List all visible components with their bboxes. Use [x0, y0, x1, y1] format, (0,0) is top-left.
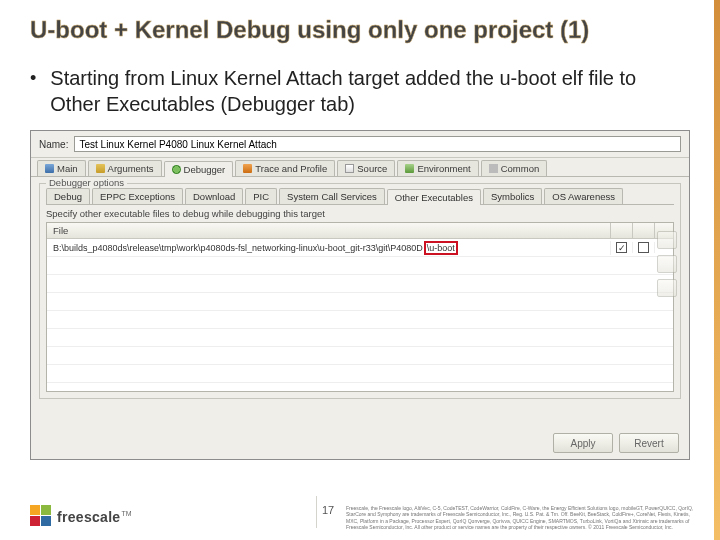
load-symbols-checkbox[interactable]: ✓ — [616, 242, 627, 253]
table-row — [47, 383, 673, 392]
name-row: Name: — [31, 131, 689, 158]
slide-footer: 17 freescaleTM Freescale, the Freescale … — [0, 478, 720, 540]
debugger-inner-tabs: Debug EPPC Exceptions Download PIC Syste… — [46, 188, 674, 205]
config-name-input[interactable] — [74, 136, 681, 152]
page-number: 17 — [322, 504, 334, 516]
logo-chips-icon — [30, 505, 51, 526]
uboot-highlight-text: \u-boot — [427, 243, 455, 253]
tab-trace-label: Trace and Profile — [255, 163, 327, 174]
grid-header-col3[interactable] — [633, 223, 655, 238]
brand-name: freescale — [57, 509, 120, 525]
trace-icon — [243, 164, 252, 173]
bullet-item: • Starting from Linux Kernel Attach targ… — [30, 65, 690, 117]
inner-tab-pic[interactable]: PIC — [245, 188, 277, 204]
revert-button[interactable]: Revert — [619, 433, 679, 453]
instruction-text: Specify other executable files to debug … — [46, 208, 674, 219]
debugger-options-group: Debugger options Debug EPPC Exceptions D… — [39, 183, 681, 399]
tab-source[interactable]: Source — [337, 160, 395, 176]
slide-accent-right — [714, 0, 720, 540]
inner-tab-debug[interactable]: Debug — [46, 188, 90, 204]
debug-config-dialog: Name: Main Arguments Debugger Trace and … — [30, 130, 690, 460]
grid-header-file[interactable]: File — [47, 223, 611, 238]
page-divider — [316, 496, 317, 528]
table-row — [47, 293, 673, 311]
main-tabs: Main Arguments Debugger Trace and Profil… — [31, 158, 689, 177]
executables-grid: File B:\builds_p4080ds\release\tmp\work\… — [46, 222, 674, 392]
bullet-dot: • — [30, 65, 36, 91]
file-path-cell: B:\builds_p4080ds\release\tmp\work\p4080… — [47, 241, 611, 255]
remove-row-button[interactable] — [657, 255, 677, 273]
inner-tab-exceptions[interactable]: EPPC Exceptions — [92, 188, 183, 204]
edit-row-button[interactable] — [657, 279, 677, 297]
bullet-text: Starting from Linux Kernel Attach target… — [50, 65, 690, 117]
grid-header: File — [47, 223, 673, 239]
tab-debugger-label: Debugger — [184, 164, 226, 175]
inner-tab-syscall[interactable]: System Call Services — [279, 188, 385, 204]
arguments-icon — [96, 164, 105, 173]
tab-trace[interactable]: Trace and Profile — [235, 160, 335, 176]
download-checkbox[interactable] — [638, 242, 649, 253]
table-row — [47, 257, 673, 275]
table-row[interactable]: B:\builds_p4080ds\release\tmp\work\p4080… — [47, 239, 673, 257]
grid-toolbar — [657, 231, 679, 297]
tab-arguments[interactable]: Arguments — [88, 160, 162, 176]
bug-icon — [172, 165, 181, 174]
tab-debugger[interactable]: Debugger — [164, 161, 234, 177]
dialog-buttons: Apply Revert — [553, 433, 679, 453]
slide: U-boot + Kernel Debug using only one pro… — [0, 0, 720, 540]
inner-tab-os-awareness[interactable]: OS Awareness — [544, 188, 623, 204]
source-icon — [345, 164, 354, 173]
tab-main[interactable]: Main — [37, 160, 86, 176]
slide-title: U-boot + Kernel Debug using only one pro… — [30, 16, 589, 44]
tab-arguments-label: Arguments — [108, 163, 154, 174]
environment-icon — [405, 164, 414, 173]
common-icon — [489, 164, 498, 173]
inner-tab-other-exec[interactable]: Other Executables — [387, 189, 481, 205]
table-row — [47, 365, 673, 383]
file-path-text: B:\builds_p4080ds\release\tmp\work\p4080… — [53, 243, 423, 253]
tab-main-label: Main — [57, 163, 78, 174]
add-row-button[interactable] — [657, 231, 677, 249]
main-icon — [45, 164, 54, 173]
inner-tab-download[interactable]: Download — [185, 188, 243, 204]
tab-common[interactable]: Common — [481, 160, 548, 176]
tab-common-label: Common — [501, 163, 540, 174]
legal-text: Freescale, the Freescale logo, AltiVec, … — [346, 505, 694, 530]
debugger-options-title: Debugger options — [46, 177, 127, 188]
tab-source-label: Source — [357, 163, 387, 174]
table-row — [47, 329, 673, 347]
trademark: TM — [121, 510, 131, 517]
table-row — [47, 311, 673, 329]
tab-environment-label: Environment — [417, 163, 470, 174]
apply-button[interactable]: Apply — [553, 433, 613, 453]
table-row — [47, 347, 673, 365]
grid-header-col2[interactable] — [611, 223, 633, 238]
table-row — [47, 275, 673, 293]
inner-tab-symbolics[interactable]: Symbolics — [483, 188, 542, 204]
name-label: Name: — [39, 139, 68, 150]
tab-environment[interactable]: Environment — [397, 160, 478, 176]
uboot-highlight: \u-boot — [424, 241, 458, 255]
brand-logo: freescaleTM — [30, 505, 132, 526]
